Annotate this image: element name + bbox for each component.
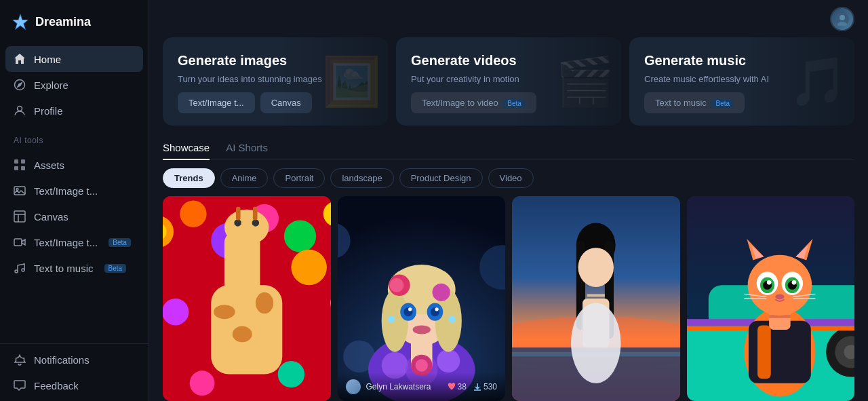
- svg-point-111: [775, 294, 784, 299]
- hero-music-subtitle: Create music effortlessly with AI: [644, 74, 840, 84]
- music-btn-beta: Beta: [711, 99, 734, 108]
- portrait-svg: [338, 196, 506, 401]
- gallery-item-portrait[interactable]: Gelyn Lakwatsera 38 530: [338, 196, 506, 401]
- svg-point-69: [387, 316, 395, 323]
- svg-point-68: [432, 284, 450, 301]
- logo-icon: [11, 12, 30, 31]
- bell-icon: [14, 354, 26, 366]
- grid-icon: [14, 159, 26, 171]
- svg-point-4: [18, 107, 22, 111]
- sidebar-item-profile[interactable]: Profile: [5, 98, 143, 123]
- svg-point-65: [412, 325, 430, 334]
- nav-profile-label: Profile: [34, 105, 63, 117]
- svg-point-10: [16, 189, 18, 191]
- tabs-row: Showcase AI Shorts: [163, 136, 854, 160]
- sidebar-item-explore[interactable]: Explore: [5, 72, 143, 98]
- svg-point-26: [284, 220, 316, 252]
- svg-point-23: [180, 201, 206, 227]
- hero-videos-subtitle: Put your creativity in motion: [411, 74, 606, 84]
- hero-card-images: 🖼️ Generate images Turn your ideas into …: [163, 37, 388, 126]
- music-btn-label: Text to music: [655, 98, 707, 108]
- sidebar-bottom: Notifications Feedback: [0, 343, 149, 401]
- avatar-image: [835, 12, 849, 26]
- music-icon: [14, 262, 26, 274]
- user-icon: [14, 104, 26, 117]
- gallery-item-giraffe[interactable]: [163, 196, 331, 401]
- nav-text-music-label: Text to music: [34, 263, 94, 274]
- tabs-section: Showcase AI Shorts Trends Anime Portrait…: [149, 136, 868, 196]
- text-image-to-video-button[interactable]: Text/Image to video Beta: [411, 92, 536, 113]
- filter-portrait[interactable]: Portrait: [273, 168, 325, 188]
- tab-showcase[interactable]: Showcase: [163, 136, 210, 160]
- logo-text: Dreamina: [35, 15, 91, 29]
- nav-canvas-label: Canvas: [34, 211, 68, 223]
- filter-trends[interactable]: Trends: [163, 168, 215, 188]
- filter-video[interactable]: Video: [488, 168, 534, 188]
- sidebar-item-text-image[interactable]: Text/Image t...: [5, 178, 143, 204]
- svg-point-67: [389, 278, 403, 292]
- user-avatar[interactable]: [830, 7, 854, 31]
- sidebar-item-canvas[interactable]: Canvas: [5, 204, 143, 229]
- hero-card-videos: 🎬 Generate videos Put your creativity in…: [396, 37, 621, 126]
- svg-point-34: [224, 210, 269, 246]
- svg-point-109: [766, 280, 771, 285]
- svg-point-110: [791, 280, 796, 285]
- logo-button[interactable]: Dreamina: [0, 0, 149, 43]
- svg-point-70: [448, 316, 456, 323]
- portrait-downloads: 530: [473, 382, 497, 392]
- svg-point-29: [163, 299, 189, 325]
- nav-assets-label: Assets: [34, 159, 64, 171]
- giraffe-svg: [163, 196, 331, 401]
- text-to-music-button[interactable]: Text to music Beta: [644, 92, 745, 113]
- sidebar-item-feedback[interactable]: Feedback: [5, 373, 143, 398]
- message-icon: [14, 379, 26, 392]
- canvas-tool-button[interactable]: Canvas: [260, 92, 312, 113]
- sidebar-item-text-image-video[interactable]: Text/Image t... Beta: [5, 229, 143, 255]
- text-image-tool-button[interactable]: Text/Image t...: [178, 92, 255, 113]
- svg-marker-3: [18, 83, 22, 87]
- svg-rect-94: [757, 325, 771, 379]
- portrait-username: Gelyn Lakwatsera: [366, 382, 442, 392]
- gallery-section: Gelyn Lakwatsera 38 530: [149, 196, 868, 401]
- sidebar-item-notifications[interactable]: Notifications: [5, 347, 143, 373]
- cat-svg: [687, 196, 855, 401]
- filter-landscape[interactable]: landscape: [330, 168, 393, 188]
- gallery-item-sunset[interactable]: [512, 196, 680, 401]
- svg-point-64: [435, 307, 438, 311]
- video-icon: [14, 236, 26, 248]
- nav-notifications-label: Notifications: [34, 354, 90, 366]
- tab-ai-shorts[interactable]: AI Shorts: [226, 136, 268, 160]
- hero-music-buttons: Text to music Beta: [644, 92, 840, 113]
- sidebar: Dreamina Home Explore Profile AI tools: [0, 0, 149, 401]
- svg-rect-5: [14, 159, 18, 164]
- gallery-item-cat[interactable]: [687, 196, 855, 401]
- svg-point-38: [234, 219, 241, 227]
- svg-rect-14: [14, 239, 22, 246]
- filter-anime[interactable]: Anime: [220, 168, 269, 188]
- gallery-portrait-overlay: Gelyn Lakwatsera 38 530: [338, 373, 506, 401]
- filter-product-design[interactable]: Product Design: [399, 168, 483, 188]
- nav-text-image-label: Text/Image t...: [34, 185, 98, 197]
- sidebar-item-assets[interactable]: Assets: [5, 152, 143, 178]
- sunset-svg: [512, 196, 680, 401]
- text-image-video-beta-badge: Beta: [108, 238, 131, 247]
- svg-point-42: [190, 370, 215, 396]
- sidebar-item-text-music[interactable]: Text to music Beta: [5, 255, 143, 281]
- heart-icon: [448, 383, 456, 391]
- svg-rect-7: [14, 166, 18, 170]
- hero-section: 🖼️ Generate images Turn your ideas into …: [149, 37, 868, 136]
- svg-rect-6: [21, 159, 25, 164]
- svg-rect-44: [236, 207, 241, 221]
- svg-rect-45: [253, 207, 258, 221]
- svg-point-30: [291, 250, 327, 286]
- topbar: [149, 0, 868, 37]
- tools-nav: Assets Text/Image t... Canvas Text/Ima: [0, 149, 149, 284]
- svg-point-37: [233, 326, 252, 343]
- hero-videos-title: Generate videos: [411, 52, 606, 69]
- svg-point-82: [578, 248, 614, 287]
- svg-rect-83: [587, 294, 605, 297]
- sidebar-item-home[interactable]: Home: [5, 46, 143, 72]
- nav-explore-label: Explore: [34, 79, 68, 91]
- hero-images-title: Generate images: [178, 52, 373, 69]
- hero-card-music: 🎵 Generate music Create music effortless…: [629, 37, 854, 126]
